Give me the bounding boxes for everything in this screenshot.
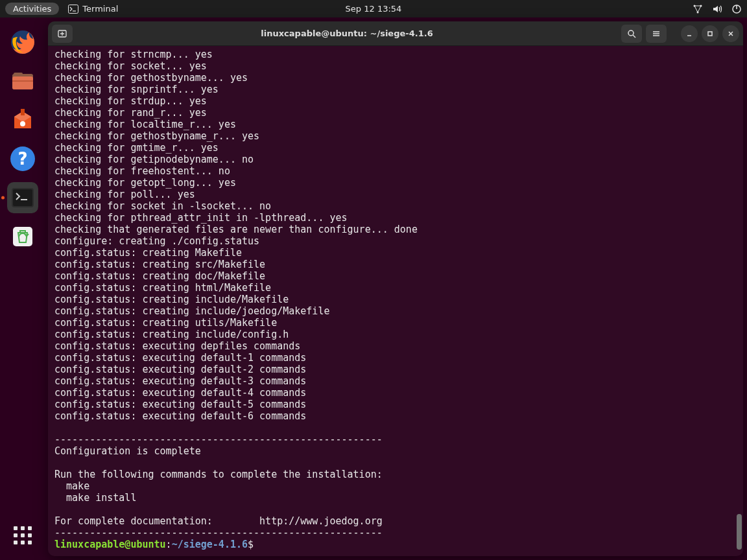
activities-button[interactable]: Activities — [5, 3, 59, 15]
terminal-line: Run the following commands to complete t… — [54, 469, 737, 480]
prompt-user: linuxcapable@ubuntu — [54, 539, 166, 550]
terminal-line: checking for socket in -lsocket... no — [54, 200, 737, 212]
terminal-line: make — [54, 480, 737, 492]
terminal-line: ----------------------------------------… — [54, 527, 737, 539]
scrollbar-track[interactable] — [735, 47, 742, 554]
terminal-line — [54, 457, 737, 469]
new-tab-button[interactable] — [52, 25, 73, 43]
terminal-line: config.status: creating include/Makefile — [54, 294, 737, 305]
current-app-indicator[interactable]: Terminal — [68, 4, 118, 14]
terminal-line: checking for gethostbyname_r... yes — [54, 130, 737, 142]
svg-rect-10 — [14, 73, 23, 76]
menu-button[interactable] — [646, 25, 667, 43]
dock-help[interactable]: ? — [7, 143, 38, 174]
svg-rect-12 — [21, 109, 25, 115]
terminal-line: config.status: executing default-4 comma… — [54, 387, 737, 399]
svg-point-23 — [628, 30, 634, 36]
titlebar: linuxcapable@ubuntu: ~/siege-4.1.6 — [48, 21, 743, 46]
terminal-line: config.status: creating include/joedog/M… — [54, 305, 737, 317]
maximize-button[interactable] — [702, 25, 718, 42]
terminal-line: config.status: creating Makefile — [54, 247, 737, 259]
svg-text:?: ? — [18, 149, 27, 169]
dock-firefox[interactable] — [7, 27, 38, 58]
network-icon — [693, 4, 703, 14]
terminal-line: config.status: creating html/Makefile — [54, 282, 737, 294]
trash-icon — [9, 223, 36, 250]
terminal-line: checking for pthread_attr_init in -lpthr… — [54, 212, 737, 224]
terminal-line: config.status: creating src/Makefile — [54, 259, 737, 270]
terminal-line: config.status: creating include/config.h — [54, 329, 737, 340]
scrollbar-thumb[interactable] — [737, 514, 742, 550]
show-applications-button[interactable] — [10, 522, 36, 548]
power-icon — [731, 4, 742, 14]
terminal-line: config.status: executing default-6 comma… — [54, 410, 737, 422]
clock[interactable]: Sep 12 13:54 — [346, 4, 402, 14]
help-icon: ? — [9, 145, 36, 172]
terminal-line: config.status: creating utils/Makefile — [54, 317, 737, 329]
prompt-path: ~/siege-4.1.6 — [172, 539, 248, 550]
terminal-line: config.status: creating doc/Makefile — [54, 270, 737, 282]
dock-terminal[interactable] — [7, 182, 38, 213]
status-area[interactable] — [693, 4, 742, 14]
terminal-line: For complete documentation: http://www.j… — [54, 515, 737, 527]
terminal-line: make install — [54, 492, 737, 504]
dock-files[interactable] — [7, 65, 38, 97]
terminal-body[interactable]: checking for strncmp... yeschecking for … — [48, 46, 743, 556]
terminal-line: checking for freehostent... no — [54, 165, 737, 177]
terminal-line: configure: creating ./config.status — [54, 235, 737, 247]
terminal-small-icon — [68, 5, 78, 14]
current-app-label: Terminal — [82, 4, 118, 14]
svg-rect-17 — [13, 189, 32, 206]
svg-line-24 — [633, 35, 635, 38]
terminal-line: checking for poll... yes — [54, 189, 737, 200]
terminal-line: checking for gmtime_r... yes — [54, 142, 737, 154]
terminal-line: checking for strdup... yes — [54, 95, 737, 107]
terminal-line: config.status: executing default-5 comma… — [54, 399, 737, 410]
terminal-line: ----------------------------------------… — [54, 434, 737, 445]
svg-rect-11 — [12, 80, 33, 82]
terminal-line: checking for socket... yes — [54, 60, 737, 72]
terminal-line: checking for strncmp... yes — [54, 49, 737, 60]
window-title: linuxcapable@ubuntu: ~/siege-4.1.6 — [73, 29, 621, 38]
terminal-line: Configuration is complete — [54, 445, 737, 457]
terminal-icon — [10, 185, 35, 210]
prompt-line[interactable]: linuxcapable@ubuntu:~/siege-4.1.6$ — [54, 539, 737, 550]
dock: ? — [0, 18, 45, 560]
files-icon — [9, 67, 36, 95]
terminal-line — [54, 422, 737, 434]
terminal-line: checking for getipnodebyname... no — [54, 154, 737, 165]
svg-rect-9 — [12, 76, 33, 89]
terminal-line: checking that generated files are newer … — [54, 224, 737, 235]
top-panel: Activities Terminal Sep 12 13:54 — [0, 0, 747, 18]
terminal-line: checking for localtime_r... yes — [54, 119, 737, 130]
dock-trash[interactable] — [7, 221, 38, 252]
terminal-line: checking for gethostbyname... yes — [54, 72, 737, 84]
terminal-line: checking for rand_r... yes — [54, 107, 737, 119]
terminal-line: checking for snprintf... yes — [54, 84, 737, 95]
dock-software[interactable] — [7, 104, 38, 135]
terminal-line: config.status: executing depfiles comman… — [54, 340, 737, 352]
software-icon — [9, 106, 36, 134]
terminal-line: config.status: executing default-3 comma… — [54, 375, 737, 387]
firefox-icon — [9, 29, 36, 56]
prompt-sigil: $ — [248, 539, 259, 550]
minimize-button[interactable] — [681, 25, 698, 42]
terminal-line: config.status: executing default-2 comma… — [54, 364, 737, 375]
terminal-line: checking for getopt_long... yes — [54, 177, 737, 189]
volume-icon — [712, 4, 722, 14]
search-button[interactable] — [621, 25, 642, 43]
terminal-window: linuxcapable@ubuntu: ~/siege-4.1.6 check… — [48, 21, 743, 556]
svg-rect-29 — [708, 32, 712, 36]
close-button[interactable] — [722, 25, 739, 42]
terminal-line — [54, 504, 737, 515]
terminal-line: config.status: executing default-1 comma… — [54, 352, 737, 364]
svg-rect-0 — [69, 5, 78, 13]
prompt-separator: : — [166, 539, 172, 550]
